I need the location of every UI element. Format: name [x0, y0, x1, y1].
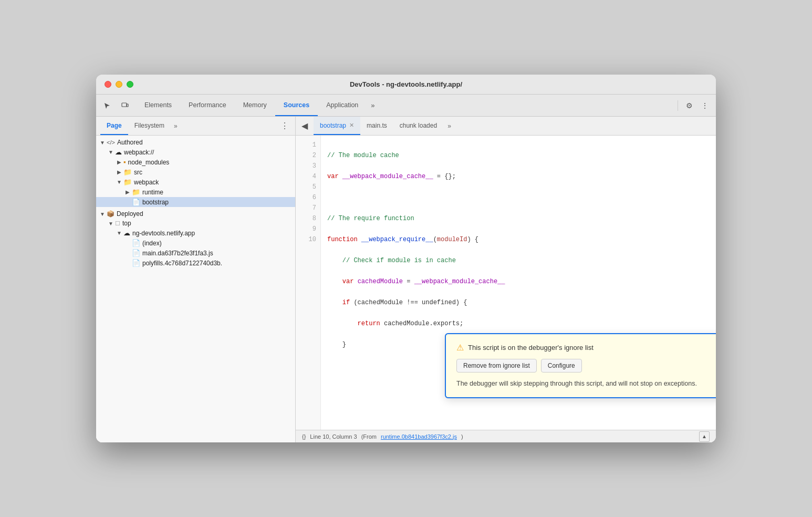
- tree-item-deployed[interactable]: ▼ 📦 Deployed: [96, 209, 295, 219]
- main-tab-bar: Elements Performance Memory Sources Appl…: [96, 95, 716, 117]
- editor-tab-bootstrap[interactable]: bootstrap ✕: [314, 117, 360, 135]
- editor-tab-chunk-loaded-label: chunk loaded: [400, 122, 437, 129]
- tree-label-webpack-folder: webpack: [134, 179, 159, 186]
- warning-icon: ⚠: [456, 343, 464, 353]
- editor-tabs: ◀ bootstrap ✕ main.ts chunk loaded »: [296, 117, 716, 136]
- ignore-popup-header: ⚠ This script is on the debugger's ignor…: [456, 343, 716, 353]
- line-num-8: 8: [296, 213, 320, 224]
- main-content: Page Filesystem » ⋮ ▼ </> Authored ▼ ☁ w…: [96, 117, 716, 442]
- tree-label-runtime: runtime: [142, 189, 163, 196]
- tab-elements[interactable]: Elements: [136, 95, 180, 116]
- file-tab-page[interactable]: Page: [100, 117, 128, 135]
- line-num-7: 7: [296, 203, 320, 213]
- editor-tab-overflow[interactable]: »: [443, 122, 455, 130]
- title-bar: DevTools - ng-devtools.netlify.app/: [96, 75, 716, 95]
- code-line-3: [327, 192, 710, 203]
- main-tabs: Elements Performance Memory Sources Appl…: [136, 95, 675, 116]
- tab-memory[interactable]: Memory: [235, 95, 275, 116]
- tree-label-bootstrap: bootstrap: [142, 199, 169, 206]
- code-area: 1 2 3 4 5 6 7 8 9 10 // The module cache…: [296, 136, 716, 430]
- ignore-list-popup: ⚠ This script is on the debugger's ignor…: [445, 333, 716, 398]
- code-line-9: return cachedModule.exports;: [327, 318, 710, 329]
- settings-icon[interactable]: ⚙: [682, 99, 696, 112]
- line-numbers: 1 2 3 4 5 6 7 8 9 10: [296, 136, 321, 430]
- line-num-4: 4: [296, 171, 320, 182]
- format-icon[interactable]: {}: [302, 433, 306, 440]
- editor-tab-bootstrap-label: bootstrap: [320, 122, 346, 129]
- tree-item-top[interactable]: ▼ ☐ top: [96, 219, 295, 228]
- tree-item-webpack-folder[interactable]: ▼ 📁 webpack: [96, 177, 295, 187]
- tree-label-deployed: Deployed: [117, 210, 143, 218]
- file-panel-tabs: Page Filesystem » ⋮: [96, 117, 295, 136]
- code-line-1: // The module cache: [327, 150, 710, 161]
- editor-tab-main-ts-label: main.ts: [367, 122, 387, 129]
- tree-label-main-js: main.da63f7b2fe3f1fa3.js: [142, 250, 213, 257]
- tab-bar-icons: [100, 99, 132, 112]
- tree-label-top: top: [122, 220, 131, 227]
- tree-item-runtime[interactable]: ▶ 📁 runtime: [96, 187, 295, 197]
- tree-item-authored[interactable]: ▼ </> Authored: [96, 138, 295, 147]
- code-line-2: var __webpack_module_cache__ = {};: [327, 171, 710, 182]
- svg-rect-1: [127, 104, 128, 107]
- file-panel: Page Filesystem » ⋮ ▼ </> Authored ▼ ☁ w…: [96, 117, 296, 442]
- device-toggle-icon[interactable]: [118, 99, 132, 112]
- editor-tab-bootstrap-close[interactable]: ✕: [349, 122, 354, 129]
- code-line-4: // The require function: [327, 213, 710, 224]
- tree-item-webpack-root[interactable]: ▼ ☁ webpack://: [96, 147, 295, 157]
- status-position: Line 10, Column 3: [310, 433, 357, 440]
- file-panel-menu-icon[interactable]: ⋮: [278, 121, 291, 131]
- sidebar-toggle-icon[interactable]: ◀: [298, 119, 311, 133]
- more-menu-icon[interactable]: ⋮: [698, 99, 712, 112]
- tree-item-main-js[interactable]: ▶ 📄 main.da63f7b2fe3f1fa3.js: [96, 248, 295, 258]
- close-button[interactable]: [105, 81, 111, 88]
- status-from-label: (From: [361, 433, 377, 440]
- tree-label-node-modules: node_modules: [128, 159, 170, 166]
- remove-from-ignore-list-button[interactable]: Remove from ignore list: [456, 359, 537, 373]
- status-from-link[interactable]: runtime.0b841bad3967f3c2.js: [381, 433, 457, 440]
- file-tree: ▼ </> Authored ▼ ☁ webpack:// ▶ ▪ node_m…: [96, 136, 295, 442]
- file-tab-filesystem[interactable]: Filesystem: [128, 117, 171, 135]
- code-line-6: // Check if module is in cache: [327, 255, 710, 266]
- editor-tab-main-ts[interactable]: main.ts: [360, 117, 393, 135]
- svg-rect-0: [122, 103, 127, 107]
- scroll-to-top-button[interactable]: ▲: [699, 431, 710, 442]
- editor-tab-chunk-loaded[interactable]: chunk loaded: [393, 117, 443, 135]
- status-bar: {} Line 10, Column 3 (From runtime.0b841…: [296, 430, 716, 442]
- tree-item-polyfills[interactable]: ▶ 📄 polyfills.4c768d7122740d3b.: [96, 258, 295, 268]
- tree-label-polyfills: polyfills.4c768d7122740d3b.: [142, 260, 222, 267]
- line-num-5: 5: [296, 182, 320, 192]
- line-num-9: 9: [296, 224, 320, 234]
- tab-application[interactable]: Application: [318, 95, 367, 116]
- line-num-1: 1: [296, 140, 320, 150]
- tree-item-src[interactable]: ▶ 📁 src: [96, 167, 295, 177]
- tree-item-index[interactable]: ▶ 📄 (index): [96, 238, 295, 248]
- cursor-icon[interactable]: [100, 99, 114, 112]
- line-num-2: 2: [296, 150, 320, 161]
- tree-label-ng-devtools: ng-devtools.netlify.app: [132, 230, 195, 237]
- tab-sources[interactable]: Sources: [275, 95, 318, 116]
- minimize-button[interactable]: [116, 81, 122, 88]
- devtools-window: DevTools - ng-devtools.netlify.app/ Elem…: [96, 75, 716, 442]
- line-num-6: 6: [296, 192, 320, 203]
- ignore-popup-description: The debugger will skip stepping through …: [456, 379, 716, 389]
- tree-item-bootstrap[interactable]: ▶ 📄 bootstrap: [96, 197, 295, 207]
- window-title: DevTools - ng-devtools.netlify.app/: [350, 80, 462, 88]
- file-tab-overflow[interactable]: »: [171, 122, 181, 130]
- tab-performance[interactable]: Performance: [180, 95, 235, 116]
- ignore-popup-title: This script is on the debugger's ignore …: [468, 344, 594, 351]
- tree-item-node-modules[interactable]: ▶ ▪ node_modules: [96, 157, 295, 167]
- ignore-popup-buttons: Remove from ignore list Configure: [456, 359, 716, 373]
- tree-label-webpack: webpack://: [124, 149, 154, 156]
- tree-item-ng-devtools[interactable]: ▼ ☁ ng-devtools.netlify.app: [96, 228, 295, 238]
- maximize-button[interactable]: [127, 81, 133, 88]
- tree-label-src: src: [134, 169, 142, 176]
- code-line-7: var cachedModule = __webpack_module_cach…: [327, 276, 710, 287]
- line-num-3: 3: [296, 161, 320, 171]
- traffic-lights: [105, 81, 133, 88]
- tab-bar-right: ⚙ ⋮: [675, 99, 712, 112]
- status-from-close: ): [461, 433, 463, 440]
- tree-label-authored: Authored: [117, 139, 143, 146]
- configure-button[interactable]: Configure: [541, 359, 582, 373]
- tab-overflow[interactable]: »: [367, 101, 379, 109]
- editor-panel: ◀ bootstrap ✕ main.ts chunk loaded » 1 2: [296, 117, 716, 442]
